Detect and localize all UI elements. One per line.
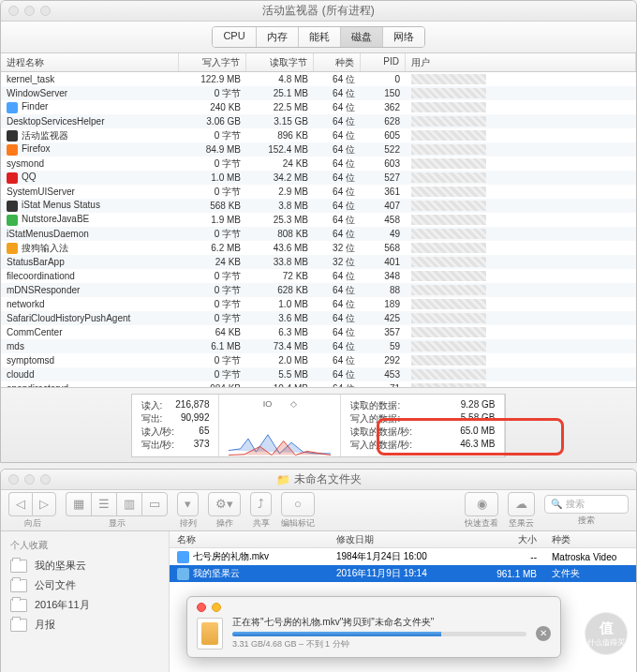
process-row[interactable]: mds6.1 MB73.4 MB64 位59 — [1, 339, 636, 353]
io-graph: IO ◇ — [219, 395, 341, 456]
col-name[interactable]: 进程名称 — [1, 53, 179, 71]
process-row[interactable]: SafariCloudHistoryPushAgent0 字节3.6 MB64 … — [1, 311, 636, 325]
share-button[interactable]: ⤴ — [250, 492, 272, 516]
col-pid[interactable]: PID — [361, 53, 406, 71]
process-row[interactable]: DesktopServicesHelper3.06 GB3.15 GB64 位6… — [1, 114, 636, 128]
back-button[interactable]: ◁ — [8, 492, 32, 516]
stats-footer: 读入:216,878写出:90,992读入/秒:65写出/秒:373 IO ◇ … — [1, 387, 636, 462]
forward-button[interactable]: ▷ — [32, 492, 56, 516]
zoom-dot[interactable] — [40, 6, 51, 16]
close-dot[interactable] — [8, 474, 19, 485]
stats-left: 读入:216,878写出:90,992读入/秒:65写出/秒:373 — [132, 395, 220, 456]
minimize-dot[interactable] — [24, 474, 35, 485]
view-buttons[interactable]: ▦ ☰ ▥ ▭ — [66, 492, 168, 516]
sidebar-item[interactable]: 我的坚果云 — [1, 556, 169, 575]
process-row[interactable]: SystemUIServer0 字节2.9 MB64 位361 — [1, 185, 636, 199]
tab-内存[interactable]: 内存 — [257, 27, 299, 47]
nav-buttons[interactable]: ◁ ▷ — [8, 492, 56, 516]
col-kind[interactable]: 种类 — [314, 53, 361, 71]
process-row[interactable]: sysmond0 字节24 KB64 位603 — [1, 157, 636, 171]
cloud-button[interactable]: ☁ — [508, 492, 535, 516]
process-row[interactable]: iStatMenusDaemon0 字节808 KB64 位49 — [1, 227, 636, 241]
col-user[interactable]: 用户 — [406, 53, 636, 71]
arrange-button[interactable]: ▾ — [177, 492, 199, 516]
process-row[interactable]: Finder240 KB22.5 MB64 位362 — [1, 100, 636, 114]
process-row[interactable]: cloudd0 字节5.5 MB64 位453 — [1, 367, 636, 381]
traffic-lights[interactable] — [8, 474, 51, 485]
process-row[interactable]: filecoordinationd0 字节72 KB64 位348 — [1, 269, 636, 283]
quicklook-button[interactable]: ◉ — [465, 492, 498, 516]
process-row[interactable]: 搜狗输入法6.2 MB43.6 MB32 位568 — [1, 241, 636, 255]
process-row[interactable]: Firefox84.9 MB152.4 MB64 位522 — [1, 142, 636, 157]
copy-progress-window: 正在将"七号房的礼物.mkv"拷贝到"未命名文件夹" 3.31 GB/4.68 … — [186, 596, 561, 658]
sidebar-item[interactable]: 月报 — [1, 615, 169, 635]
column-headers[interactable]: 进程名称 写入字节 读取字节 种类 PID 用户 — [1, 53, 636, 72]
process-row[interactable]: StatusBarApp24 KB33.8 MB32 位401 — [1, 255, 636, 269]
search-field[interactable]: 🔍搜索 — [544, 495, 629, 514]
process-row[interactable]: QQ1.0 MB34.2 MB64 位527 — [1, 171, 636, 185]
minimize-dot[interactable] — [212, 603, 221, 612]
file-row[interactable]: 七号房的礼物.mkv1984年1月24日 16:00--Matroska Vid… — [170, 548, 636, 565]
process-row[interactable]: 活动监视器0 字节896 KB64 位605 — [1, 128, 636, 142]
file-icon — [197, 618, 223, 650]
progress-bar — [232, 632, 526, 636]
process-row[interactable]: WindowServer0 字节25.1 MB64 位150 — [1, 86, 636, 100]
folder-icon — [10, 619, 27, 632]
file-headers[interactable]: 名称 修改日期 大小 种类 — [170, 531, 636, 548]
list-view[interactable]: ☰ — [91, 492, 116, 516]
folder-icon — [10, 599, 27, 612]
column-view[interactable]: ▥ — [116, 492, 141, 516]
copy-text: 正在将"七号房的礼物.mkv"拷贝到"未命名文件夹" — [232, 616, 526, 629]
window-title: 活动监视器 (所有进程) — [262, 3, 374, 19]
file-row[interactable]: 我的坚果云2016年11月9日 19:14961.1 MB文件夹 — [170, 565, 636, 582]
cancel-copy-button[interactable]: ✕ — [536, 626, 551, 641]
tab-selector[interactable]: CPU内存能耗磁盘网络 — [212, 26, 424, 48]
col-read[interactable]: 读取字节 — [246, 53, 314, 71]
folder-icon — [10, 579, 27, 592]
activity-monitor-window: 活动监视器 (所有进程) CPU内存能耗磁盘网络 进程名称 写入字节 读取字节 … — [0, 0, 637, 463]
process-list[interactable]: kernel_task122.9 MB4.8 MB64 位0WindowServ… — [1, 72, 636, 387]
tags-button[interactable]: ○ — [281, 492, 315, 516]
process-row[interactable]: iStat Menus Status568 KB3.8 MB64 位407 — [1, 199, 636, 213]
process-row[interactable]: symptomsd0 字节2.0 MB64 位292 — [1, 353, 636, 367]
coverflow-view[interactable]: ▭ — [141, 492, 168, 516]
copy-subtext: 3.31 GB/4.68 GB – 不到 1 分钟 — [232, 638, 526, 650]
tab-网络[interactable]: 网络 — [383, 27, 424, 47]
close-dot[interactable] — [197, 603, 206, 612]
finder-title: 未命名文件夹 — [294, 471, 362, 487]
tab-能耗[interactable]: 能耗 — [299, 27, 341, 47]
action-button[interactable]: ⚙︎▾ — [208, 492, 241, 516]
minimize-dot[interactable] — [24, 6, 35, 16]
sidebar-heading: 个人收藏 — [1, 537, 169, 556]
titlebar: 活动监视器 (所有进程) — [1, 1, 636, 22]
folder-icon — [10, 560, 27, 573]
process-row[interactable]: networkd0 字节1.0 MB64 位189 — [1, 297, 636, 311]
process-row[interactable]: kernel_task122.9 MB4.8 MB64 位0 — [1, 72, 636, 86]
am-toolbar: CPU内存能耗磁盘网络 — [1, 22, 636, 53]
finder-toolbar: ◁ ▷ 向后 ▦ ☰ ▥ ▭ 显示 ▾排列 ⚙︎▾操作 ⤴共享 ○编辑标记 ◉快… — [1, 490, 636, 531]
close-dot[interactable] — [8, 6, 19, 16]
finder-titlebar: 📁 未命名文件夹 — [1, 470, 636, 490]
folder-icon: 📁 — [276, 473, 290, 486]
finder-sidebar: 个人收藏 我的坚果云公司文件2016年11月月报 — [1, 531, 170, 672]
col-written[interactable]: 写入字节 — [179, 53, 246, 71]
process-row[interactable]: NutstoreJavaBE1.9 MB25.3 MB64 位458 — [1, 213, 636, 227]
watermark: 值 什么值得买 — [585, 612, 628, 655]
search-icon: 🔍 — [551, 499, 562, 509]
zoom-dot[interactable] — [40, 474, 51, 485]
icon-view[interactable]: ▦ — [66, 492, 91, 516]
traffic-lights[interactable] — [8, 6, 51, 16]
sidebar-item[interactable]: 公司文件 — [1, 575, 169, 595]
tab-CPU[interactable]: CPU — [213, 27, 256, 47]
sidebar-item[interactable]: 2016年11月 — [1, 595, 169, 615]
process-row[interactable]: opendirectoryd984 KB10.4 MB64 位71 — [1, 381, 636, 387]
tab-磁盘[interactable]: 磁盘 — [341, 27, 383, 47]
process-row[interactable]: mDNSResponder0 字节628 KB64 位88 — [1, 283, 636, 297]
stats-right: 读取的数据:9.28 GB写入的数据:5.58 GB读取的数据/秒:65.0 M… — [341, 395, 505, 456]
process-row[interactable]: CommCenter64 KB6.3 MB64 位357 — [1, 325, 636, 339]
